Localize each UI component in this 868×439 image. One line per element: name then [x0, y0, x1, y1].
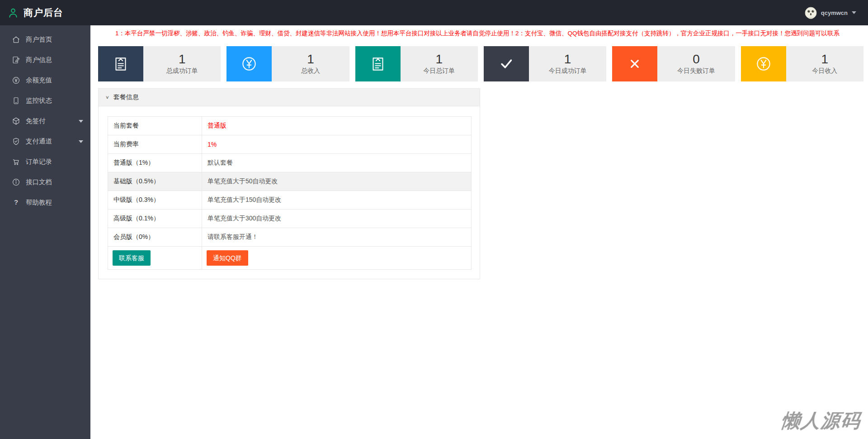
- table-row: 高级版（0.1%） 单笔充值大于300自动更改: [108, 210, 472, 228]
- panel-collapse-header[interactable]: ∨ 套餐信息: [98, 88, 480, 106]
- sidebar-item-monitor[interactable]: 监控状态: [0, 91, 90, 111]
- plan-name-cell: 高级版（0.1%）: [108, 210, 202, 228]
- user-menu[interactable]: qcymwcn: [805, 7, 868, 19]
- logo-area: 商户后台: [0, 6, 95, 19]
- sidebar: 商户首页 商户信息 余额充值 监控状态 免签付 支付通道 订单记录 接口文档 ?…: [0, 25, 90, 439]
- clipboard-icon: [98, 46, 143, 81]
- monitor-icon: [11, 96, 21, 106]
- sidebar-item-shield-check[interactable]: 支付通道: [0, 131, 90, 152]
- sidebar-item-label: 免签付: [26, 117, 46, 125]
- stat-value: 1: [821, 52, 829, 66]
- plan-name-cell: 当前费率: [108, 135, 202, 154]
- home-icon: [11, 35, 21, 45]
- sidebar-item-label: 订单记录: [26, 157, 52, 166]
- plan-desc-cell: 1%: [202, 135, 472, 154]
- stat-label: 总收入: [301, 67, 320, 75]
- plan-name-cell: 普通版（1%）: [108, 154, 202, 172]
- plan-desc-cell: 单笔充值大于50自动更改: [202, 172, 472, 191]
- plan-desc-cell: 单笔充值大于150自动更改: [202, 191, 472, 210]
- contact-support-button[interactable]: 联系客服: [113, 250, 151, 266]
- stat-card: 1 今日总订单: [355, 46, 478, 81]
- panel-title: 套餐信息: [113, 93, 139, 101]
- plan-name-cell: 基础版（0.5%）: [108, 172, 202, 191]
- stat-value: 0: [693, 52, 700, 66]
- check-icon: [484, 46, 529, 81]
- sidebar-item-label: 余额充值: [26, 76, 52, 85]
- stat-label: 今日总订单: [423, 67, 455, 75]
- info-circle-icon: [11, 177, 21, 187]
- stat-card: 1 总成功订单: [98, 46, 221, 81]
- table-row: 当前套餐 普通版: [108, 117, 472, 135]
- stat-label: 今日成功订单: [549, 67, 587, 75]
- stat-card: 1 总收入: [226, 46, 349, 81]
- shield-check-icon: [11, 137, 21, 147]
- main-content: 1：本平台严禁一切淫秽、涉赌、政治、钓鱼、诈骗、理财、借贷、封建迷信等非法网站接…: [90, 0, 868, 439]
- plan-desc-cell: 单笔充值大于300自动更改: [202, 210, 472, 228]
- edit-doc-icon: [11, 55, 21, 65]
- merchant-person-icon: [7, 7, 19, 19]
- plan-desc-cell: 默认套餐: [202, 154, 472, 172]
- cart-icon: [11, 157, 21, 167]
- sidebar-item-label: 接口文档: [26, 178, 52, 186]
- sidebar-item-label: 商户首页: [26, 35, 52, 44]
- panel-body: 当前套餐 普通版 当前费率 1% 普通版（1%） 默认套餐 基础版（0.5%） …: [98, 106, 480, 279]
- clipboard-icon: [355, 46, 401, 81]
- stat-value: 1: [564, 52, 571, 66]
- sidebar-item-label: 商户信息: [26, 56, 52, 64]
- chevron-down-icon: [79, 120, 83, 123]
- sidebar-item-label: 监控状态: [26, 96, 52, 105]
- sidebar-item-question[interactable]: ? 帮助教程: [0, 192, 90, 213]
- stat-label: 今日失败订单: [677, 67, 715, 75]
- table-row: 中级版（0.3%） 单笔充值大于150自动更改: [108, 191, 472, 210]
- plan-table: 当前套餐 普通版 当前费率 1% 普通版（1%） 默认套餐 基础版（0.5%） …: [108, 116, 472, 270]
- plan-name-cell: 中级版（0.3%）: [108, 191, 202, 210]
- plan-desc-cell: 普通版: [202, 117, 472, 135]
- table-row: 普通版（1%） 默认套餐: [108, 154, 472, 172]
- sidebar-item-edit-doc[interactable]: 商户信息: [0, 50, 90, 70]
- chevron-down-icon: [852, 11, 856, 14]
- sidebar-item-cube[interactable]: 免签付: [0, 111, 90, 131]
- avatar: [805, 7, 817, 19]
- sidebar-item-info-circle[interactable]: 接口文档: [0, 172, 90, 192]
- username: qcymwcn: [821, 10, 848, 16]
- stat-label: 今日收入: [812, 67, 837, 75]
- chevron-down-icon: [79, 140, 83, 143]
- watermark: 懒人源码: [780, 408, 862, 434]
- cube-icon: [11, 116, 21, 126]
- notice-banner: 1：本平台严禁一切淫秽、涉赌、政治、钓鱼、诈骗、理财、借贷、封建迷信等非法网站接…: [90, 25, 868, 42]
- stat-label: 总成功订单: [166, 67, 198, 75]
- stat-card: 1 今日收入: [741, 46, 863, 81]
- svg-text:?: ?: [14, 198, 18, 206]
- sidebar-item-home[interactable]: 商户首页: [0, 29, 90, 50]
- table-row: 会员版（0%） 请联系客服开通！: [108, 228, 472, 247]
- close-icon: [612, 46, 657, 81]
- top-header: 商户后台 qcymwcn: [0, 0, 868, 25]
- stat-card: 1 今日成功订单: [484, 46, 606, 81]
- sidebar-item-label: 帮助教程: [26, 198, 52, 207]
- plan-desc-cell: 请联系客服开通！: [202, 228, 472, 247]
- table-row: 基础版（0.5%） 单笔充值大于50自动更改: [108, 172, 472, 191]
- notify-qq-group-button[interactable]: 通知QQ群: [207, 250, 248, 266]
- plan-name-cell: 当前套餐: [108, 117, 202, 135]
- question-icon: ?: [11, 198, 21, 208]
- page-title: 商户后台: [24, 6, 63, 19]
- stat-value: 1: [436, 52, 443, 66]
- yen-icon: [741, 46, 786, 81]
- yen-circle-icon: [11, 76, 21, 86]
- stat-card: 0 今日失败订单: [612, 46, 735, 81]
- package-info-panel: ∨ 套餐信息 当前套餐 普通版 当前费率 1% 普通版（1%） 默认套餐 基础版…: [98, 88, 480, 279]
- button-row: 联系客服通知QQ群: [108, 247, 472, 270]
- sidebar-item-cart[interactable]: 订单记录: [0, 152, 90, 172]
- sidebar-item-yen-circle[interactable]: 余额充值: [0, 70, 90, 91]
- stat-value: 1: [179, 52, 186, 66]
- yen-icon: [226, 46, 272, 81]
- collapse-chevron-icon: ∨: [105, 95, 109, 100]
- table-row: 当前费率 1%: [108, 135, 472, 154]
- stat-value: 1: [307, 52, 314, 66]
- sidebar-item-label: 支付通道: [26, 137, 52, 146]
- plan-name-cell: 会员版（0%）: [108, 228, 202, 247]
- stats-row: 1 总成功订单 1 总收入 1 今日总订单 1 今日成功订单 0 今日失败订单: [90, 42, 868, 81]
